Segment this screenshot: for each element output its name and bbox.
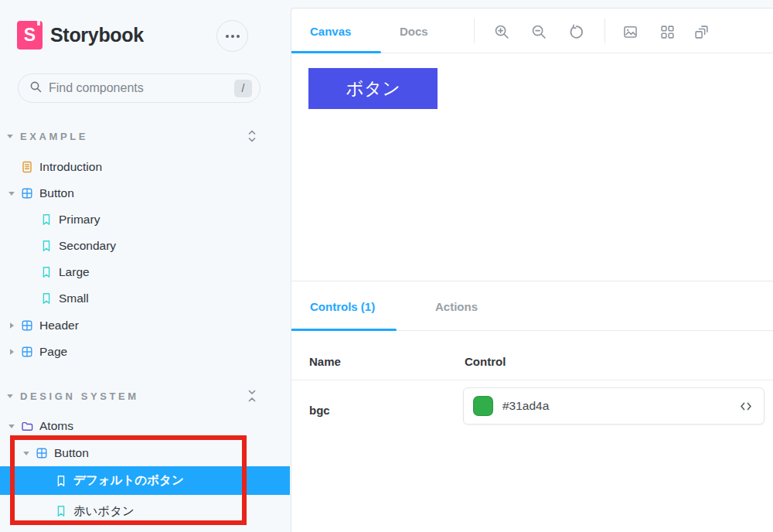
tab-controls[interactable]: Controls (1): [310, 281, 375, 331]
story-icon: [40, 292, 53, 305]
search-input[interactable]: [49, 81, 234, 95]
section-label: DESIGN SYSTEM: [20, 390, 139, 402]
grid-icon[interactable]: [658, 22, 676, 41]
component-icon: [21, 319, 33, 332]
sidebar-item-introduction[interactable]: Introduction: [0, 154, 290, 180]
sidebar: S Storybook / EXAMPLEIntroductionButtonP…: [0, 0, 290, 532]
sidebar-item-label: Button: [54, 446, 89, 460]
component-icon: [36, 447, 48, 459]
canvas-toolbar: Canvas Docs: [291, 9, 773, 53]
section-caret-icon[interactable]: [6, 132, 14, 140]
section-caret-icon[interactable]: [6, 392, 14, 400]
color-value[interactable]: #31ad4a: [502, 399, 739, 413]
expand-all-icon[interactable]: [247, 129, 257, 143]
sidebar-item-label: Large: [59, 265, 90, 279]
story-icon: [40, 266, 53, 278]
sidebar-item-label: Button: [39, 186, 74, 200]
tab-actions[interactable]: Actions: [435, 281, 478, 331]
column-header-control: Control: [465, 355, 506, 368]
sidebar-menu-button[interactable]: [216, 20, 248, 52]
control-row-name: bgc: [309, 404, 330, 417]
sidebar-item-page[interactable]: Page: [0, 339, 290, 365]
search-icon: [29, 80, 43, 97]
storybook-app: S Storybook / EXAMPLEIntroductionButtonP…: [0, 0, 773, 532]
sidebar-item-label: デフォルトのボタン: [73, 472, 184, 489]
sidebar-item-label: Page: [39, 345, 67, 359]
sidebar-item-label: Primary: [59, 213, 100, 227]
section-label: EXAMPLE: [20, 131, 88, 142]
caret-open-icon[interactable]: [8, 422, 15, 430]
active-tab-underline: [291, 51, 381, 53]
sidebar-item-red-button[interactable]: 赤いボタン: [0, 498, 290, 524]
sidebar-item-primary[interactable]: Primary: [0, 206, 290, 233]
search-shortcut-badge: /: [234, 80, 252, 97]
brand-title: Storybook: [50, 24, 144, 46]
folder-icon: [21, 420, 33, 432]
section-header-design-system[interactable]: DESIGN SYSTEM: [0, 385, 290, 407]
ellipsis-icon: [226, 35, 229, 38]
sidebar-item-label: 赤いボタン: [73, 503, 135, 520]
code-toggle-icon[interactable]: [739, 401, 753, 412]
preview-story-button[interactable]: ボタン: [308, 68, 438, 109]
preview-panel: Canvas Docs: [291, 8, 773, 532]
sidebar-item-label: Small: [59, 292, 89, 305]
zoom-out-icon[interactable]: [530, 22, 548, 41]
caret-open-icon[interactable]: [8, 189, 15, 197]
sidebar-item-ds-button[interactable]: Button: [0, 440, 290, 466]
active-addon-tab-underline: [291, 329, 397, 331]
story-icon: [40, 213, 53, 226]
sidebar-item-secondary[interactable]: Secondary: [0, 233, 290, 259]
tab-docs[interactable]: Docs: [400, 9, 428, 53]
story-icon: [40, 240, 53, 252]
viewport-icon[interactable]: [692, 22, 710, 41]
tab-canvas[interactable]: Canvas: [310, 9, 351, 53]
sidebar-item-button[interactable]: Button: [0, 180, 290, 206]
search-box[interactable]: /: [18, 73, 261, 103]
sidebar-item-label: Secondary: [59, 239, 116, 253]
story-icon: [55, 475, 67, 487]
sidebar-item-label: Introduction: [39, 160, 102, 174]
column-header-name: Name: [309, 355, 341, 368]
color-control-input[interactable]: #31ad4a: [463, 387, 764, 425]
sidebar-item-label: Atoms: [39, 419, 73, 433]
brand: S Storybook: [17, 19, 274, 51]
collapse-all-icon[interactable]: [247, 389, 257, 403]
section-header-example[interactable]: EXAMPLE: [0, 125, 290, 147]
toolbar-separator: [604, 19, 605, 43]
component-icon: [21, 187, 33, 200]
color-swatch[interactable]: [473, 396, 493, 416]
document-icon: [21, 161, 33, 173]
zoom-reset-icon[interactable]: [567, 22, 585, 41]
sidebar-item-label: Header: [39, 319, 79, 332]
story-icon: [55, 505, 67, 517]
caret-closed-icon[interactable]: [8, 348, 15, 356]
sidebar-item-small[interactable]: Small: [0, 285, 290, 312]
zoom-in-icon[interactable]: [492, 22, 511, 41]
toolbar-separator: [474, 19, 475, 43]
component-icon: [21, 346, 33, 358]
sidebar-item-atoms[interactable]: Atoms: [0, 413, 290, 439]
addon-panel-tabbar: Controls (1) Actions: [291, 281, 773, 331]
storybook-logo-icon: S: [17, 21, 43, 49]
caret-open-icon[interactable]: [22, 449, 30, 457]
sidebar-item-default-button[interactable]: デフォルトのボタン: [0, 466, 290, 495]
caret-closed-icon[interactable]: [8, 322, 15, 329]
sidebar-item-large[interactable]: Large: [0, 259, 290, 285]
sidebar-item-header[interactable]: Header: [0, 312, 290, 339]
table-divider: [291, 380, 773, 380]
background-icon[interactable]: [621, 22, 639, 41]
